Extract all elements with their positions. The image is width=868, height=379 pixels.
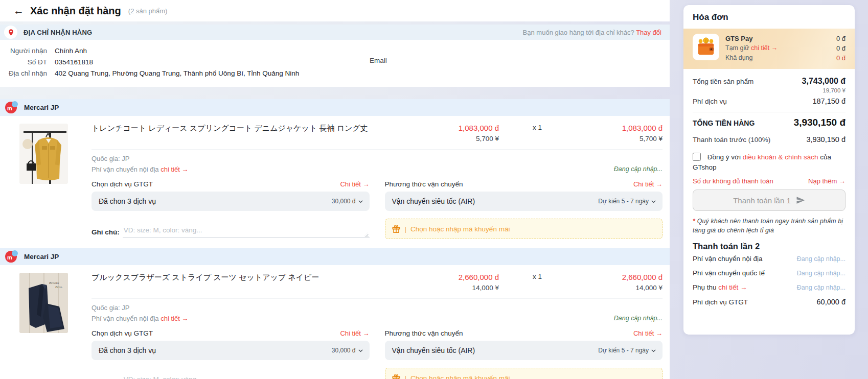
phase2-surcharge-row: Phụ thu chi tiết → Đang cập nhập... (693, 280, 846, 294)
shop-name: Mercari JP (24, 253, 59, 260)
address-section-header: ĐỊA CHỈ NHẬN HÀNG Bạn muốn giao hàng tới… (0, 25, 670, 40)
service-fee-label: Phí dịch vụ (693, 98, 727, 105)
fee-updating-status: Đang cập nhập... (614, 313, 663, 324)
country-label: Quốc gia: JP (92, 153, 129, 164)
product-group-2: m Mercari JP Brooks Bros. (0, 248, 670, 379)
chevron-down-icon (651, 199, 656, 204)
unit-price-jpy: 14,000 ¥ (412, 284, 499, 292)
insufficient-balance-warning: Số dư không đủ thanh toán (693, 177, 773, 185)
domestic-fee-label: Phí vận chuyển nội địa chi tiết → (92, 313, 188, 324)
vat-fee-value: 30,000 đ (332, 347, 356, 354)
shipping-selected-value: Vận chuyển siêu tốc (AIR) (392, 197, 475, 205)
prepay-label: Thanh toán trước (100%) (693, 136, 770, 144)
domestic-fee-label: Phí vận chuyển nội địa chi tiết → (92, 164, 188, 175)
service-fee-row: Phí dịch vụ 187,150 đ (693, 93, 846, 109)
send-icon (796, 196, 805, 205)
address-details: Người nhận Chính Anh Số ĐT 0354161818 Đị… (0, 40, 670, 87)
domestic-fee-detail-link[interactable]: chi tiết → (161, 165, 188, 173)
available-value: 0 đ (836, 53, 846, 63)
promo-code-box[interactable]: | Chọn hoặc nhập mã khuyến mãi (385, 368, 663, 379)
options-row: Chọn dịch vụ GTGT Chi tiết → Đã chon 3 d… (92, 177, 663, 211)
country-label: Quốc gia: JP (92, 302, 129, 313)
product-total-jpy: 19,700 ¥ (693, 87, 846, 93)
wallet-available-row: Khả dụng 0 đ (725, 53, 846, 63)
hold-detail-link[interactable]: chi tiết → (751, 44, 778, 52)
change-address-link[interactable]: Thay đổi (636, 29, 661, 36)
terms-policy-link[interactable]: điều khoản & chính sách (743, 153, 818, 161)
domestic-fee-detail-link[interactable]: chi tiết → (161, 315, 188, 322)
vat-detail-link[interactable]: Chi tiết → (340, 329, 369, 337)
product-title[interactable]: トレンチコート レディース スプリングコート デニムジャケット 長袖 ロング丈 (92, 124, 412, 133)
topup-link[interactable]: Nạp thêm → (808, 177, 846, 185)
shipping-method-label: Phương thức vận chuyển (385, 329, 463, 337)
phone-number: 0354161818 (55, 57, 93, 68)
total-price-jpy: 5,700 ¥ (576, 135, 663, 143)
product-details: トレンチコート レディース スプリングコート デニムジャケット 長袖 ロング丈 … (92, 124, 663, 239)
phase2-international-label: Phí vận chuyển quốc tế (693, 269, 765, 277)
shipping-eta: Dự kiến 5 - 7 ngày (598, 347, 649, 354)
promo-label: Chọn hoặc nhập mã khuyến mãi (410, 374, 510, 379)
options-row: Chọn dịch vụ GTGT Chi tiết → Đã chon 3 d… (92, 326, 663, 360)
shipping-method-col: Phương thức vận chuyển Chi tiết → Vận ch… (385, 326, 663, 360)
unit-price-vnd: 2,660,000 đ (412, 273, 499, 281)
pay-button-label: Thanh toán lần 1 (733, 196, 791, 205)
vat-detail-link[interactable]: Chi tiết → (340, 180, 369, 188)
note-field-wrap: Ghi chú: (92, 224, 370, 239)
svg-text:Bros.: Bros. (55, 285, 63, 289)
terms-agreement: Đồng ý với điều khoản & chính sách của G… (693, 152, 846, 173)
invoice-title: Hóa đơn (693, 12, 846, 22)
wallet-balance-row: GTS Pay 0 đ (725, 34, 846, 43)
shipping-selected-value: Vận chuyển siêu tốc (AIR) (392, 346, 475, 354)
product-image-suit[interactable]: Brooks Bros. (19, 273, 68, 333)
surcharge-detail-link[interactable]: chi tiết → (718, 283, 747, 291)
prepay-row: Thanh toán trước (100%) 3,930,150 đ (693, 132, 846, 147)
product-title-row: トレンチコート レディース スプリングコート デニムジャケット 長袖 ロング丈 … (92, 124, 663, 143)
shipping-detail-link[interactable]: Chi tiết → (633, 329, 663, 337)
pay-phase1-button[interactable]: Thanh toán lần 1 (693, 190, 846, 211)
vat-service-col: Chọn dịch vụ GTGT Chi tiết → Đã chon 3 d… (92, 177, 370, 211)
note-promo-row: Ghi chú: (92, 368, 663, 379)
note-field-wrap: Ghi chú: (92, 373, 370, 379)
terms-checkbox[interactable] (693, 153, 701, 161)
grand-total-value: 3,930,150 đ (794, 117, 846, 128)
phase2-vat-fee-row: Phí dịch vụ GTGT 60,000 đ (693, 294, 846, 309)
recipient-label: Người nhận (0, 45, 47, 57)
shipping-detail-link[interactable]: Chi tiết → (633, 180, 663, 188)
vat-service-select[interactable]: Đã chon 3 dịch vụ 30,000 đ (92, 192, 370, 211)
phone-label: Số ĐT (0, 57, 47, 68)
note-input[interactable] (123, 224, 370, 238)
note-input[interactable] (123, 373, 370, 379)
checkout-page: ← Xác nhận đặt hàng (2 sản phẩm) ĐỊA CHỈ… (0, 0, 868, 379)
location-pin-icon (4, 26, 17, 39)
exchange-rate-note: * Quý khách nên thanh toán ngay tránh sả… (693, 217, 846, 235)
shop-header: m Mercari JP (0, 99, 670, 116)
note-text: Quý khách nên thanh toán ngay tránh sản … (693, 218, 843, 234)
shipping-eta: Dự kiến 5 - 7 ngày (598, 198, 649, 205)
shipping-method-select[interactable]: Vận chuyển siêu tốc (AIR) Dự kiến 5 - 7 … (385, 192, 663, 211)
shipping-address-section: ĐỊA CHỈ NHẬN HÀNG Bạn muốn giao hàng tới… (0, 25, 670, 87)
phase2-surcharge-value: Đang cập nhập... (797, 284, 846, 291)
recipient-row: Người nhận Chính Anh (0, 45, 670, 57)
phase2-domestic-label: Phí vận chuyển nội địa (693, 255, 763, 263)
product-count: (2 sản phẩm) (128, 7, 168, 15)
vat-selected-value: Đã chon 3 dịch vụ (99, 346, 156, 354)
vat-service-select[interactable]: Đã chon 3 dịch vụ 30,000 đ (92, 341, 370, 360)
shipping-method-select[interactable]: Vận chuyển siêu tốc (AIR) Dự kiến 5 - 7 … (385, 341, 663, 360)
vat-fee-value: 30,000 đ (332, 198, 356, 205)
promo-code-box[interactable]: | Chọn hoặc nhập mã khuyến mãi (385, 219, 663, 239)
chevron-down-icon (358, 348, 363, 353)
chevron-down-icon (358, 199, 363, 204)
promo-label: Chọn hoặc nhập mã khuyến mãi (410, 225, 510, 233)
wallet-balances: GTS Pay 0 đ Tạm giữ chi tiết → 0 đ Khả d… (725, 34, 846, 63)
product-group-1: m Mercari JP (0, 99, 670, 248)
product-image-coat[interactable] (19, 124, 68, 184)
vat-service-label: Chọn dịch vụ GTGT (92, 329, 153, 337)
mercari-logo-icon: m (5, 101, 18, 114)
product-title[interactable]: ブルックスブラザーズ ストライプ スーツ セットアップ ネイビー (92, 273, 412, 282)
back-icon[interactable]: ← (13, 5, 24, 17)
wallet-balance: 0 đ (836, 34, 846, 43)
wallet-hold-row: Tạm giữ chi tiết → 0 đ (725, 43, 846, 53)
note-label: Ghi chú: (92, 375, 120, 379)
product-total-value: 3,743,000 đ (802, 77, 846, 86)
product-title-row: ブルックスブラザーズ ストライプ スーツ セットアップ ネイビー 2,660,0… (92, 273, 663, 292)
